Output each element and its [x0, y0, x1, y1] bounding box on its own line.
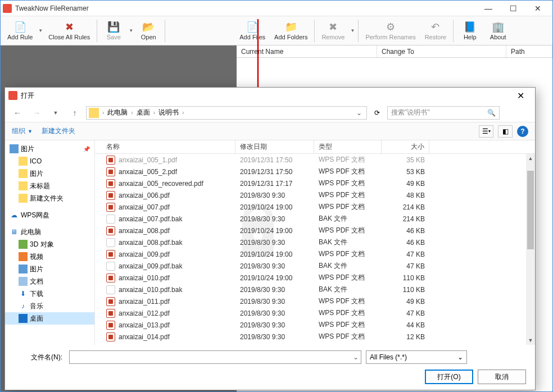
sidebar-item-desktop[interactable]: 桌面	[5, 312, 94, 325]
scroll-up-button[interactable]: ▲	[526, 154, 535, 163]
sidebar-item-pictures[interactable]: 图片	[5, 167, 94, 180]
cancel-button[interactable]: 取消	[478, 370, 526, 384]
filename-input[interactable]: ⌄	[69, 350, 361, 364]
add-files-button[interactable]: 📄 Add Files	[235, 17, 270, 44]
header-type[interactable]: 类型	[314, 140, 382, 153]
close-button[interactable]: ✕	[525, 1, 550, 16]
file-row[interactable]: anxaizai_007.pdf2019/10/24 19:00WPS PDF …	[95, 201, 535, 213]
col-path[interactable]: Path	[506, 45, 552, 57]
header-size[interactable]: 大小	[382, 140, 429, 153]
dialog-close-button[interactable]: ✕	[509, 88, 532, 103]
help-button[interactable]: 📘 Help	[456, 17, 484, 44]
search-input[interactable]: 搜索"说明书" 🔍	[387, 106, 500, 120]
minimize-button[interactable]: —	[476, 1, 501, 16]
chevron-down-icon[interactable]: ⌄	[353, 353, 359, 361]
file-row[interactable]: anxaizai_010.pdf2019/10/24 19:00WPS PDF …	[95, 272, 535, 284]
save-button[interactable]: 💾 Save	[99, 17, 128, 44]
folder-icon	[19, 169, 28, 178]
file-type: WPS PDF 文档	[314, 167, 382, 176]
music-icon: ♪	[19, 302, 28, 311]
open-confirm-button[interactable]: 打开(O)	[425, 370, 473, 384]
file-date: 2019/8/30 9:30	[235, 215, 314, 223]
remove-button[interactable]: ✖ Remove	[317, 17, 349, 44]
about-icon: 🏢	[492, 21, 504, 33]
sidebar-item-thispc[interactable]: 🖥此电脑	[5, 226, 94, 238]
header-name[interactable]: 名称	[95, 140, 235, 153]
open-button[interactable]: 📂 Open	[134, 17, 162, 44]
file-row[interactable]: anxaizai_013.pdf2019/8/30 9:30WPS PDF 文档…	[95, 319, 535, 331]
add-rule-button[interactable]: 📄 Add Rule	[3, 17, 37, 44]
file-row[interactable]: anxaizai_008.pdf.bak2019/8/30 9:30BAK 文件…	[95, 236, 535, 248]
file-name: anxaizai_007.pdf.bak	[119, 215, 182, 223]
col-change-to[interactable]: Change To	[377, 45, 506, 57]
file-row[interactable]: anxaizai_005_2.pdf2019/12/31 17:50WPS PD…	[95, 166, 535, 177]
sidebar-item-3d[interactable]: 3D 对象	[5, 238, 94, 250]
breadcrumb-segment[interactable]: 桌面	[134, 108, 152, 117]
file-date: 2019/8/30 9:30	[235, 309, 314, 317]
sidebar-item-wps[interactable]: ☁WPS网盘	[5, 209, 94, 221]
view-mode-button[interactable]: ☰▾	[479, 125, 493, 138]
sidebar-item-documents[interactable]: 文档	[5, 275, 94, 288]
file-name: anxaizai_008.pdf	[119, 227, 170, 235]
save-dropdown[interactable]: ▼	[128, 28, 134, 33]
file-row[interactable]: anxaizai_005_1.pdf2019/12/31 17:50WPS PD…	[95, 154, 535, 166]
vertical-scrollbar[interactable]: ▲ ▼	[526, 154, 535, 345]
file-name: anxaizai_005_recovered.pdf	[119, 180, 203, 188]
breadcrumb-segment[interactable]: 此电脑	[105, 108, 130, 117]
breadcrumb[interactable]: › 此电脑 › 桌面 › 说明书 › ⌄	[86, 106, 367, 120]
sidebar-item-videos[interactable]: 视频	[5, 250, 94, 263]
sidebar-item-pictures-pinned[interactable]: 图片📌	[5, 143, 94, 155]
file-list[interactable]: anxaizai_005_1.pdf2019/12/31 17:50WPS PD…	[95, 154, 535, 345]
file-row[interactable]: anxaizai_010.pdf.bak2019/8/30 9:30BAK 文件…	[95, 284, 535, 295]
scroll-thumb[interactable]	[527, 171, 534, 249]
file-type: WPS PDF 文档	[314, 308, 382, 318]
file-row[interactable]: anxaizai_014.pdf2019/8/30 9:30WPS PDF 文档…	[95, 331, 535, 343]
file-type: WPS PDF 文档	[314, 320, 382, 330]
new-folder-button[interactable]: 新建文件夹	[42, 126, 75, 136]
file-icon	[106, 238, 115, 247]
file-row[interactable]: anxaizai_006.pdf2019/8/30 9:30WPS PDF 文档…	[95, 189, 535, 201]
restore-button[interactable]: ↶ Restore	[420, 17, 451, 44]
sidebar-item-pictures2[interactable]: 图片	[5, 263, 94, 275]
file-row[interactable]: anxaizai_008.pdf2019/10/24 19:00WPS PDF …	[95, 225, 535, 236]
sidebar-item-newfolder[interactable]: 新建文件夹	[5, 192, 94, 204]
file-row[interactable]: anxaizai_009.pdf2019/10/24 19:00WPS PDF …	[95, 248, 535, 260]
file-row[interactable]: anxaizai_007.pdf.bak2019/8/30 9:30BAK 文件…	[95, 213, 535, 225]
perform-renames-button[interactable]: ⚙ Perform Renames	[361, 17, 420, 44]
dialog-help-button[interactable]: ?	[517, 126, 528, 137]
pdf-icon	[106, 309, 115, 318]
sidebar-item-music[interactable]: ♪音乐	[5, 300, 94, 312]
add-rule-dropdown[interactable]: ▼	[37, 28, 44, 33]
file-date: 2019/8/30 9:30	[235, 286, 314, 294]
chevron-down-icon: ▼	[28, 129, 33, 134]
add-folders-button[interactable]: 📁 Add Folders	[270, 17, 312, 44]
dialog-icon	[8, 91, 17, 100]
file-type: WPS PDF 文档	[314, 297, 382, 306]
maximize-button[interactable]: ☐	[501, 1, 525, 16]
nav-up-button[interactable]: ↑	[67, 106, 83, 120]
filter-select[interactable]: All Files (*.*) ⌄	[366, 350, 467, 364]
sidebar-item-untitled[interactable]: 未标题	[5, 180, 94, 192]
close-all-rules-button[interactable]: ✖ Close All Rules	[44, 17, 94, 44]
column-headers: Current Name Change To Path	[237, 45, 552, 58]
preview-pane-button[interactable]: ◧	[498, 125, 513, 138]
nav-recent-dropdown[interactable]: ▼	[48, 106, 64, 120]
refresh-button[interactable]: ⟳	[370, 106, 384, 120]
scroll-down-button[interactable]: ▼	[526, 336, 535, 345]
sidebar-item-downloads[interactable]: ⬇下载	[5, 288, 94, 300]
about-button[interactable]: 🏢 About	[484, 17, 512, 44]
header-date[interactable]: 修改日期	[235, 140, 314, 153]
app-icon	[3, 4, 12, 13]
organize-button[interactable]: 组织 ▼	[12, 126, 33, 136]
remove-dropdown[interactable]: ▼	[349, 28, 356, 33]
file-row[interactable]: anxaizai_005_recovered.pdf2019/12/31 17:…	[95, 177, 535, 189]
file-row[interactable]: anxaizai_011.pdf2019/8/30 9:30WPS PDF 文档…	[95, 295, 535, 307]
col-current-name[interactable]: Current Name	[237, 45, 377, 57]
breadcrumb-dropdown[interactable]: ⌄	[354, 109, 364, 117]
nav-back-button[interactable]: ←	[10, 106, 25, 120]
file-row[interactable]: anxaizai_009.pdf.bak2019/8/30 9:30BAK 文件…	[95, 260, 535, 272]
file-row[interactable]: anxaizai_012.pdf2019/8/30 9:30WPS PDF 文档…	[95, 307, 535, 319]
sidebar-item-ico[interactable]: ICO	[5, 155, 94, 167]
nav-forward-button[interactable]: →	[29, 106, 44, 120]
breadcrumb-segment[interactable]: 说明书	[156, 108, 181, 117]
